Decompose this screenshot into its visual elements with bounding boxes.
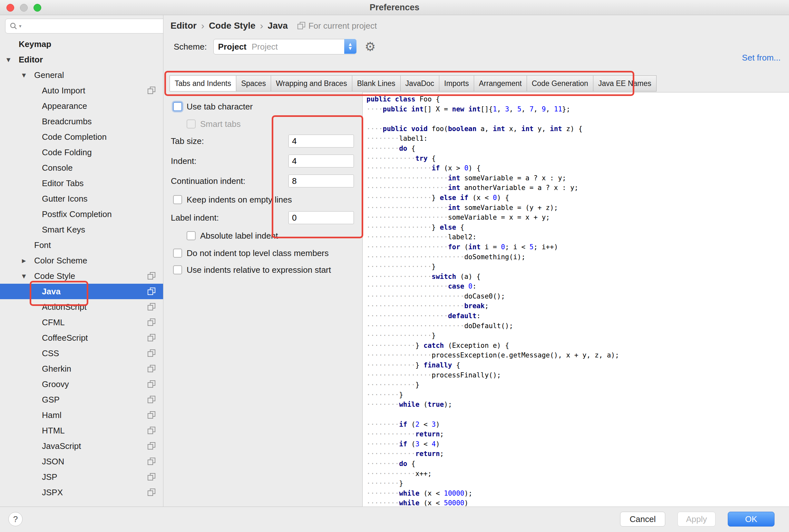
tab-code-generation[interactable]: Code Generation [527, 75, 593, 92]
sidebar-item-css[interactable]: CSS [0, 345, 163, 361]
cancel-button[interactable]: Cancel [620, 512, 665, 527]
code-preview: public class Foo {····public int[] X = n… [362, 92, 789, 507]
tab-blank-lines[interactable]: Blank Lines [352, 75, 401, 92]
stepper-icon: ▲▼ [344, 39, 356, 54]
tree-down-arrow-icon[interactable]: ▼ [6, 52, 10, 68]
code-line: ····················default: [366, 311, 789, 321]
sidebar-tree: Keymap▼Editor▼GeneralAuto ImportAppearan… [0, 36, 163, 500]
code-line: ········while (x < 10000); [366, 489, 789, 498]
indents-relative-checkbox[interactable] [173, 265, 182, 274]
search-input[interactable] [23, 21, 162, 31]
label-indent-label: Label indent: [171, 211, 219, 224]
sidebar-item-actionscript[interactable]: ActionScript [0, 299, 163, 315]
sidebar-item-gutter-icons[interactable]: Gutter Icons [0, 191, 163, 206]
indent-label: Indent: [171, 155, 197, 168]
indents-relative-row: Use indents relative to expression start [173, 263, 331, 277]
tab-java-ee-names[interactable]: Java EE Names [593, 75, 657, 92]
code-line: ················} else if (x < 0) { [366, 193, 789, 203]
breadcrumb-code-style[interactable]: Code Style [209, 21, 256, 31]
sidebar-item-font[interactable]: Font [0, 238, 163, 253]
sidebar-item-label: Editor Tabs [0, 178, 84, 188]
sidebar-item-gsp[interactable]: GSP [0, 392, 163, 407]
sidebar-item-html[interactable]: HTML [0, 423, 163, 438]
tab-spaces[interactable]: Spaces [236, 75, 271, 92]
absolute-label-indent-checkbox[interactable] [187, 231, 196, 240]
close-button[interactable] [6, 4, 14, 12]
keep-indents-checkbox[interactable] [173, 195, 182, 204]
sidebar-item-code-style[interactable]: ▼Code Style [0, 268, 163, 284]
sidebar-item-jsp[interactable]: JSP [0, 469, 163, 484]
sidebar-item-label: Code Style [0, 271, 75, 281]
tab-wrapping-and-braces[interactable]: Wrapping and Braces [271, 75, 352, 92]
tab-imports[interactable]: Imports [439, 75, 474, 92]
indent-row: Indent: [163, 155, 362, 168]
tab-javadoc[interactable]: JavaDoc [400, 75, 439, 92]
zoom-button[interactable] [34, 4, 41, 12]
sidebar-item-label: JSP [0, 472, 57, 482]
per-project-icon [148, 489, 155, 496]
continuation-indent-input[interactable] [289, 174, 354, 187]
sidebar-item-cfml[interactable]: CFML [0, 315, 163, 330]
sidebar-item-code-folding[interactable]: Code Folding [0, 145, 163, 160]
sidebar-item-postfix-completion[interactable]: Postfix Completion [0, 206, 163, 222]
no-indent-top-level-checkbox[interactable] [173, 249, 182, 258]
set-from-link[interactable]: Set from... [742, 53, 781, 63]
indent-input[interactable] [289, 155, 354, 168]
sidebar-item-editor[interactable]: ▼Editor [0, 52, 163, 67]
code-line: ····public void foo(boolean a, int x, in… [366, 124, 789, 134]
per-project-icon [148, 334, 155, 342]
breadcrumb-editor[interactable]: Editor [170, 21, 197, 31]
code-line: ····················someVariable = x = x… [366, 212, 789, 223]
tree-right-arrow-icon[interactable]: ▶ [22, 253, 26, 269]
code-line: public class Foo { [366, 94, 789, 104]
sidebar-item-general[interactable]: ▼General [0, 67, 163, 83]
sidebar-item-haml[interactable]: Haml [0, 407, 163, 423]
tree-down-arrow-icon[interactable]: ▼ [22, 68, 26, 83]
label-indent-input[interactable] [289, 211, 354, 224]
sidebar-item-json[interactable]: JSON [0, 454, 163, 469]
sidebar-item-smart-keys[interactable]: Smart Keys [0, 222, 163, 238]
apply-button[interactable]: Apply [678, 512, 716, 527]
breadcrumb-separator: › [260, 20, 263, 31]
code-line: ············return; [366, 449, 789, 459]
sidebar-item-keymap[interactable]: Keymap [0, 36, 163, 52]
sidebar-item-coffeescript[interactable]: CoffeeScript [0, 330, 163, 345]
search-dropdown-arrow-icon: ▾ [19, 23, 22, 29]
ok-button[interactable]: OK [728, 512, 774, 527]
sidebar-item-label: Font [0, 240, 51, 250]
code-line: ····················for (int i = 0; i < … [366, 242, 789, 252]
sidebar-item-auto-import[interactable]: Auto Import [0, 83, 163, 98]
gear-icon[interactable]: ⚙ [365, 40, 376, 54]
scheme-select[interactable]: Project Project ▲▼ [213, 39, 356, 54]
smart-tabs-checkbox[interactable] [187, 119, 196, 129]
help-button[interactable]: ? [8, 512, 22, 526]
breadcrumb-java[interactable]: Java [268, 21, 288, 31]
tab-arrangement[interactable]: Arrangement [474, 75, 527, 92]
scheme-label: Scheme: [174, 42, 207, 52]
minimize-button[interactable] [20, 4, 28, 12]
settings-search[interactable]: ▾ [5, 19, 163, 34]
code-line: ············return; [366, 429, 789, 439]
tab-tabs-and-indents[interactable]: Tabs and Indents [169, 75, 236, 92]
tree-down-arrow-icon[interactable]: ▼ [22, 269, 26, 284]
sidebar-item-console[interactable]: Console [0, 160, 163, 175]
code-line: ········} [366, 478, 789, 489]
sidebar-item-gherkin[interactable]: Gherkin [0, 361, 163, 377]
sidebar-item-code-completion[interactable]: Code Completion [0, 129, 163, 145]
code-line: ········do { [366, 459, 789, 469]
absolute-label-indent-label: Absolute label indent [200, 231, 278, 241]
tab-size-label: Tab size: [171, 135, 204, 148]
sidebar-item-javascript[interactable]: JavaScript [0, 438, 163, 454]
sidebar-item-color-scheme[interactable]: ▶Color Scheme [0, 253, 163, 268]
code-line: ················processFinally(); [366, 370, 789, 380]
sidebar-item-java[interactable]: Java [0, 284, 163, 299]
sidebar-item-jspx[interactable]: JSPX [0, 484, 163, 500]
use-tab-character-checkbox[interactable] [173, 102, 182, 111]
sidebar-item-groovy[interactable]: Groovy [0, 377, 163, 392]
sidebar-item-editor-tabs[interactable]: Editor Tabs [0, 175, 163, 191]
sidebar-item-appearance[interactable]: Appearance [0, 98, 163, 114]
code-line: ························break; [366, 301, 789, 311]
tab-size-input[interactable] [289, 135, 354, 148]
sidebar-item-breadcrumbs[interactable]: Breadcrumbs [0, 114, 163, 129]
sidebar-item-label: JSON [0, 457, 64, 466]
